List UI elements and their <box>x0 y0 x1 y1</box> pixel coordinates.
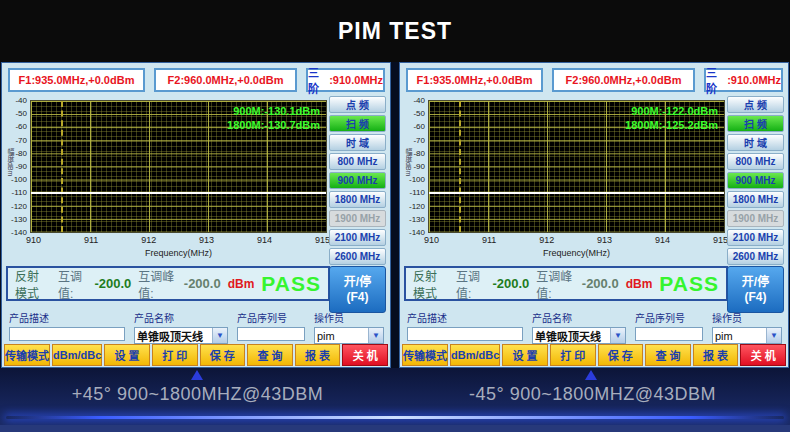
pim-panel-right: F1:935.0MHz,+0.0dBm F2:960.0MHz,+0.0dBm … <box>399 62 789 368</box>
button-shutdown[interactable]: 关 机 <box>740 344 786 366</box>
product-desc-input[interactable] <box>407 327 523 341</box>
button-settings[interactable]: 设 置 <box>104 344 150 366</box>
readout-1800m: 1800M:-130.7dBm <box>227 118 320 132</box>
button-2600mhz[interactable]: 2600 MHz <box>727 248 784 265</box>
unit-label: dBm <box>228 277 255 291</box>
button-print[interactable]: 打 印 <box>152 344 198 366</box>
x-axis-label: Frequency(MHz) <box>30 248 327 258</box>
button-report[interactable]: 报 表 <box>693 344 739 366</box>
chevron-down-icon[interactable]: ▼ <box>368 328 383 343</box>
button-report[interactable]: 报 表 <box>295 344 341 366</box>
f1-frequency-field[interactable]: F1:935.0MHz,+0.0dBm <box>406 68 543 92</box>
chevron-down-icon[interactable]: ▼ <box>610 328 625 343</box>
button-time-domain[interactable]: 时 域 <box>727 134 784 151</box>
caption-footer: +45° 900~1800MHZ@43DBM -45° 900~1800MHZ@… <box>0 368 790 432</box>
third-order-field[interactable]: 三阶:910.0MHz <box>306 68 385 92</box>
chevron-down-icon[interactable]: ▼ <box>766 328 781 343</box>
button-transmission-mode[interactable]: 传输模式 <box>4 344 50 366</box>
operator-select[interactable]: pim ▼ <box>712 327 782 344</box>
button-1800mhz[interactable]: 1800 MHz <box>329 191 386 208</box>
button-1900mhz[interactable]: 1900 MHz <box>727 210 784 227</box>
caption-left-port: +45° 900~1800MHZ@43DBM <box>0 384 395 405</box>
product-serial-input[interactable] <box>635 327 703 341</box>
button-2600mhz[interactable]: 2600 MHz <box>329 248 386 265</box>
button-1900mhz[interactable]: 1900 MHz <box>329 210 386 227</box>
third-order-field[interactable]: 三阶:910.0MHz <box>704 68 783 92</box>
third-order-label: 三阶 <box>706 64 727 96</box>
button-time-domain[interactable]: 时 域 <box>329 134 386 151</box>
product-serial-label: 产品序列号 <box>635 310 703 325</box>
button-shutdown[interactable]: 关 机 <box>342 344 388 366</box>
operator-select[interactable]: pim ▼ <box>314 327 384 344</box>
button-dbm-dbc[interactable]: dBm/dBc <box>450 344 500 366</box>
button-query[interactable]: 查 询 <box>247 344 293 366</box>
x-axis-ticks: 910911912913914915 <box>26 235 330 245</box>
button-point-freq[interactable]: 点 频 <box>329 96 386 113</box>
frequency-bar: F1:935.0MHz,+0.0dBm F2:960.0MHz,+0.0dBm … <box>8 68 385 92</box>
function-button-bar: 传输模式 dBm/dBc 设 置 打 印 保 存 查 询 报 表 关 机 <box>4 344 388 366</box>
button-sweep-freq[interactable]: 扫 频 <box>329 115 386 132</box>
measurement-status-bar: 反射模式 互调值: -200.0 互调峰值: -200.0 dBm PASS <box>404 266 728 301</box>
product-serial-label: 产品序列号 <box>237 310 305 325</box>
pass-badge: PASS <box>261 272 321 296</box>
button-2100mhz[interactable]: 2100 MHz <box>727 229 784 246</box>
chevron-down-icon[interactable]: ▼ <box>212 328 227 343</box>
button-print[interactable]: 打 印 <box>550 344 596 366</box>
start-stop-button[interactable]: 开/停 (F4) <box>329 266 386 313</box>
page-title: PIM TEST <box>338 18 452 45</box>
product-desc-label: 产品描述 <box>9 310 125 325</box>
button-transmission-mode[interactable]: 传输模式 <box>402 344 448 366</box>
button-2100mhz[interactable]: 2100 MHz <box>329 229 386 246</box>
mode-label: 反射模式 <box>413 267 449 301</box>
marker-line <box>459 101 461 232</box>
spectrum-chart: 幅度dBm -40-50-60-70-80-90-100-110-120-130… <box>404 96 728 264</box>
caption-right-port: -45° 900~1800MHZ@43DBM <box>395 384 790 405</box>
button-point-freq[interactable]: 点 频 <box>727 96 784 113</box>
button-900mhz[interactable]: 900 MHz <box>727 172 784 189</box>
reference-trace <box>31 192 326 194</box>
im-peak-label: 互调峰值: <box>138 267 176 301</box>
product-name-select[interactable]: 单锥吸顶天线 ▼ <box>134 327 228 344</box>
function-button-bar: 传输模式 dBm/dBc 设 置 打 印 保 存 查 询 报 表 关 机 <box>402 344 786 366</box>
im-value: -200.0 <box>94 276 131 291</box>
readout-900m: 900M:-122.0dBm <box>625 104 718 118</box>
bottom-band <box>0 425 790 432</box>
glow-divider <box>6 416 784 419</box>
f2-frequency-field[interactable]: F2:960.0MHz,+0.0dBm <box>154 68 297 92</box>
product-name-label: 产品名称 <box>532 310 626 325</box>
plot-area: 900M:-122.0dBm 1800M:-125.2dBm <box>428 100 725 233</box>
mode-label: 反射模式 <box>15 267 51 301</box>
y-axis-ticks: -40-50-60-70-80-90-100-110-120-130-140 <box>6 96 27 237</box>
pim-readouts: 900M:-130.1dBm 1800M:-130.7dBm <box>227 104 320 132</box>
start-stop-button[interactable]: 开/停 (F4) <box>727 266 784 313</box>
measurement-status-bar: 反射模式 互调值: -200.0 互调峰值: -200.0 dBm PASS <box>6 266 330 301</box>
button-save[interactable]: 保 存 <box>598 344 644 366</box>
product-desc-input[interactable] <box>9 327 125 341</box>
product-name-select[interactable]: 单锥吸顶天线 ▼ <box>532 327 626 344</box>
button-dbm-dbc[interactable]: dBm/dBc <box>52 344 102 366</box>
unit-label: dBm <box>626 277 653 291</box>
f2-frequency-field[interactable]: F2:960.0MHz,+0.0dBm <box>552 68 695 92</box>
mode-band-buttons: 点 频 扫 频 时 域 800 MHz 900 MHz 1800 MHz 190… <box>727 96 784 265</box>
button-settings[interactable]: 设 置 <box>502 344 548 366</box>
button-sweep-freq[interactable]: 扫 频 <box>727 115 784 132</box>
im-peak-label: 互调峰值: <box>536 267 574 301</box>
product-name-label: 产品名称 <box>134 310 228 325</box>
third-order-label: 三阶 <box>308 64 329 96</box>
frequency-bar: F1:935.0MHz,+0.0dBm F2:960.0MHz,+0.0dBm … <box>406 68 783 92</box>
arrow-up-icon <box>585 370 597 380</box>
reference-trace <box>429 192 724 194</box>
f1-frequency-field[interactable]: F1:935.0MHz,+0.0dBm <box>8 68 145 92</box>
button-save[interactable]: 保 存 <box>200 344 246 366</box>
im-value-label: 互调值: <box>58 267 87 301</box>
button-800mhz[interactable]: 800 MHz <box>727 153 784 170</box>
pim-panel-left: F1:935.0MHz,+0.0dBm F2:960.0MHz,+0.0dBm … <box>1 62 391 368</box>
product-serial-input[interactable] <box>237 327 305 341</box>
button-900mhz[interactable]: 900 MHz <box>329 172 386 189</box>
y-axis-ticks: -40-50-60-70-80-90-100-110-120-130-140 <box>404 96 425 237</box>
third-order-value: :910.0MHz <box>329 74 383 86</box>
button-800mhz[interactable]: 800 MHz <box>329 153 386 170</box>
button-1800mhz[interactable]: 1800 MHz <box>727 191 784 208</box>
button-query[interactable]: 查 询 <box>645 344 691 366</box>
product-desc-label: 产品描述 <box>407 310 523 325</box>
